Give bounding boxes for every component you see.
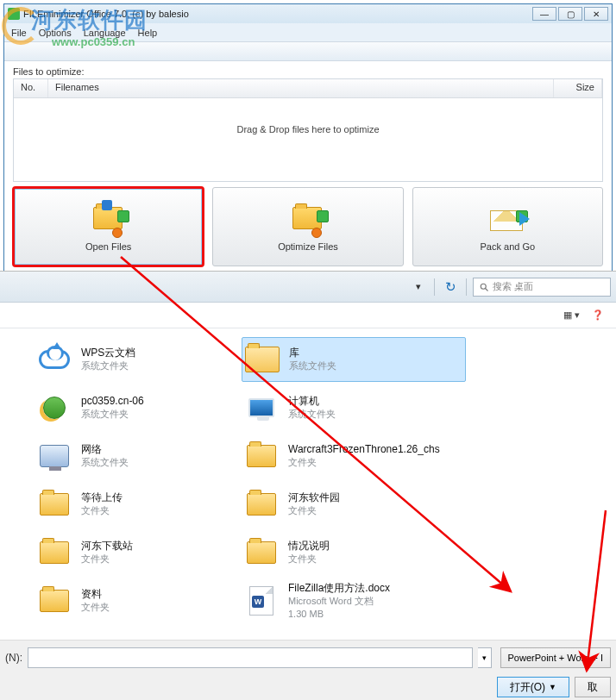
view-mode-button[interactable]: ▦ ▾ [560,307,583,324]
folder-icon [242,534,281,571]
dialog-toolbar: ▦ ▾ ❓ [0,303,616,328]
menu-options[interactable]: Options [39,28,72,38]
item-sub: 系统文件夹 [81,456,129,469]
file-item[interactable]: 等待上传文件夹 [35,482,259,527]
nav-dropdown[interactable]: ▾ [409,278,428,297]
item-name: 等待上传 [81,491,123,504]
open-files-label: Open Files [85,241,131,252]
svg-point-1 [481,284,486,289]
item-sub: 系统文件夹 [81,408,144,421]
item-sub: 文件夹 [81,601,110,614]
menu-language[interactable]: Language [84,28,126,38]
item-sub: 系统文件夹 [81,359,135,372]
file-item[interactable]: 库系统文件夹 [242,337,466,382]
file-item[interactable]: Warcraft3FrozenThrone1.26_chs文件夹 [242,434,466,478]
open-files-button[interactable]: Open Files [13,187,204,266]
optimize-files-label: Optimize Files [278,241,338,252]
table-header: No. Filenames Size [14,79,602,98]
file-item[interactable]: WFileZilla使用方法.docxMicrosoft Word 文档1.30… [242,578,466,623]
close-button[interactable]: ✕ [584,7,608,21]
drop-hint: Drag & Drop files here to optimize [14,124,602,134]
filename-dropdown[interactable]: ▾ [478,647,492,668]
folder-icon [242,486,281,522]
minimize-button[interactable]: — [532,7,556,21]
dialog-bottom: (N): ▾ PowerPoint + Word + I 打开(O) ▼ 取 [0,640,616,700]
folder-icon [35,534,74,571]
col-filenames[interactable]: Filenames [48,79,554,97]
menubar: File Options Language Help [4,23,612,42]
menu-help[interactable]: Help [138,28,158,38]
folder-icon [35,486,74,522]
file-grid[interactable]: WPS云文档系统文件夹pc0359.cn-06系统文件夹网络系统文件夹等待上传文… [0,328,616,639]
window-controls: — ▢ ✕ [532,7,608,21]
docx-icon: W [242,583,281,619]
filename-label: (N): [5,652,22,664]
filetype-filter[interactable]: PowerPoint + Word + I [500,647,611,668]
action-buttons: Open Files Optimize Files Pack and Go [13,187,603,266]
panel-label: Files to optimize: [13,66,603,77]
col-no[interactable]: No. [14,79,48,97]
pack-label: Pack and Go [481,241,536,252]
file-item[interactable]: 网络系统文件夹 [35,434,259,478]
item-name: FileZilla使用方法.docx [288,582,390,595]
file-open-dialog: ▾ ↻ 搜索 桌面 ▦ ▾ ❓ WPS云文档系统文件夹pc0359.cn-06系… [0,271,616,700]
search-placeholder: 搜索 桌面 [493,280,533,293]
window-title: FILEminimizer Office 7.0, (c) by balesio [23,9,532,19]
item-sub: 系统文件夹 [288,408,336,421]
item-sub: 文件夹 [81,553,133,566]
comp-icon [242,390,281,426]
net-icon [35,438,74,474]
svg-line-2 [486,288,488,291]
maximize-button[interactable]: ▢ [558,7,582,21]
item-sub: Microsoft Word 文档 [288,595,390,608]
optimize-files-button[interactable]: Optimize Files [212,187,403,266]
file-table[interactable]: No. Filenames Size Drag & Drop files her… [13,78,603,182]
open-files-icon [90,202,128,236]
item-name: WPS云文档 [81,347,135,359]
item-name: 库 [289,347,336,359]
file-item[interactable]: 资料文件夹 [35,578,259,623]
toolbar [4,42,612,61]
file-item[interactable]: 河东下载站文件夹 [35,530,259,575]
folder-icon [242,438,281,474]
item-name: 河东下载站 [81,540,133,553]
item-name: Warcraft3FrozenThrone1.26_chs [288,443,440,456]
col-size[interactable]: Size [554,79,602,97]
folder-icon [35,583,74,619]
filename-input[interactable] [28,647,473,668]
search-icon [479,282,489,292]
app-icon [8,8,20,20]
item-name: 资料 [81,588,110,601]
item-name: 河东软件园 [288,491,340,504]
item-sub: 文件夹 [288,456,440,469]
app-window: FILEminimizer Office 7.0, (c) by balesio… [3,3,613,276]
help-button[interactable]: ❓ [588,307,607,324]
item-name: 网络 [81,443,129,456]
pack-and-go-button[interactable]: Pack and Go [412,187,603,266]
svg-rect-0 [8,8,20,20]
user-icon [35,390,74,426]
item-sub: 文件夹 [81,504,123,517]
cloud-icon [35,341,74,378]
item-sub: 系统文件夹 [289,359,336,372]
open-button[interactable]: 打开(O) ▼ [497,677,569,697]
file-item[interactable]: 情况说明文件夹 [242,530,466,575]
file-item[interactable]: 计算机系统文件夹 [242,385,466,430]
item-name: 情况说明 [288,540,330,553]
files-panel: Files to optimize: No. Filenames Size Dr… [13,66,603,182]
titlebar: FILEminimizer Office 7.0, (c) by balesio… [4,4,612,23]
pack-icon [488,202,526,236]
file-item[interactable]: WPS云文档系统文件夹 [35,337,259,382]
search-input[interactable]: 搜索 桌面 [473,278,611,297]
file-item[interactable]: pc0359.cn-06系统文件夹 [35,385,259,430]
menu-file[interactable]: File [11,28,27,38]
optimize-files-icon [289,202,327,236]
refresh-button[interactable]: ↻ [441,278,460,297]
file-item[interactable]: 河东软件园文件夹 [242,482,466,527]
dialog-navbar: ▾ ↻ 搜索 桌面 [0,272,616,303]
item-name: 计算机 [288,395,336,408]
cancel-button[interactable]: 取 [575,677,611,697]
folder-open-icon [242,341,282,378]
item-name: pc0359.cn-06 [81,395,144,408]
item-sub: 文件夹 [288,504,340,517]
